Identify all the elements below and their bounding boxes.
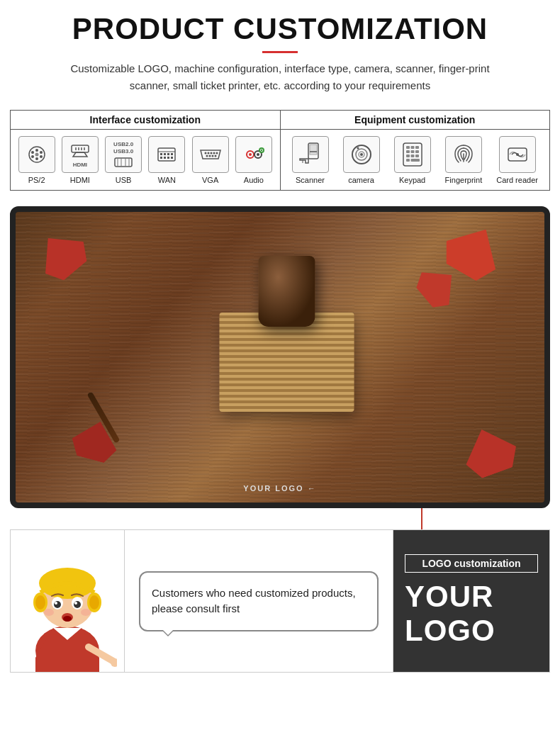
svg-point-3	[31, 151, 34, 154]
header-subtitle: Customizable LOGO, machine configuration…	[53, 60, 507, 94]
usb-icon: USB2.0 USB3.0	[105, 136, 142, 173]
cup	[259, 256, 315, 327]
interface-panel-title: Interface customization	[10, 110, 281, 130]
svg-rect-25	[160, 157, 162, 159]
card-reader-icon	[499, 136, 536, 173]
tray	[220, 313, 354, 412]
svg-point-4	[40, 151, 43, 154]
mascot-area	[11, 530, 124, 672]
equipment-panel: Equipment customization Scanner	[281, 111, 550, 190]
svg-point-30	[204, 152, 206, 155]
svg-rect-63	[410, 155, 414, 157]
interface-item-audio: Audio	[235, 136, 272, 184]
svg-point-68	[516, 153, 519, 156]
speech-text: Customers who need customized products, …	[152, 587, 356, 615]
svg-rect-28	[171, 157, 173, 159]
connector-line	[421, 508, 422, 529]
svg-point-42	[257, 153, 259, 156]
logo-customization-title: LOGO customization	[405, 554, 538, 573]
ps2-icon	[18, 136, 55, 173]
svg-rect-8	[72, 145, 89, 152]
card-reader-label: Card reader	[496, 176, 538, 184]
svg-point-7	[35, 153, 38, 157]
title-underline	[262, 51, 298, 53]
equipment-item-keypad: Keypad	[394, 136, 431, 184]
hdmi-label: HDMI	[70, 176, 90, 184]
vga-label: VGA	[202, 176, 218, 184]
svg-point-5	[31, 155, 34, 158]
interface-panel: Interface customization PS/2	[11, 111, 281, 190]
keypad-label: Keypad	[399, 176, 425, 184]
svg-point-85	[63, 616, 72, 622]
svg-point-1	[35, 149, 38, 152]
svg-point-78	[54, 601, 61, 608]
svg-rect-61	[415, 150, 419, 153]
customization-panels: Interface customization PS/2	[10, 110, 550, 191]
bottom-section: Customers who need customized products, …	[10, 529, 550, 673]
svg-rect-62	[406, 155, 410, 157]
header-section: PRODUCT CUSTOMIZATION Customizable LOGO,…	[0, 0, 560, 97]
svg-point-36	[208, 155, 211, 157]
camera-label: camera	[348, 176, 374, 184]
fingerprint-icon	[445, 136, 482, 173]
svg-rect-22	[164, 153, 166, 155]
svg-point-40	[249, 153, 252, 156]
wan-label: WAN	[158, 176, 176, 184]
equipment-item-card-reader: Card reader	[496, 136, 538, 184]
monitor-screen: YOUR LOGO ←	[16, 212, 544, 502]
equipment-item-scanner: Scanner	[292, 136, 329, 184]
svg-rect-65	[406, 159, 410, 162]
ps2-label: PS/2	[28, 176, 45, 184]
svg-point-81	[74, 602, 77, 605]
speech-bubble: Customers who need customized products, …	[124, 530, 393, 672]
svg-marker-29	[201, 150, 220, 159]
svg-point-80	[55, 602, 57, 605]
your-logo-text: YOUR LOGO ←	[243, 484, 316, 493]
svg-point-54	[357, 147, 359, 150]
connector-area	[10, 508, 550, 529]
svg-rect-21	[160, 153, 162, 155]
svg-rect-56	[406, 146, 410, 149]
svg-point-53	[360, 153, 363, 156]
interface-item-wan: WAN	[148, 136, 185, 184]
svg-rect-60	[410, 150, 414, 153]
equipment-item-fingerprint: Fingerprint	[445, 136, 483, 184]
svg-point-83	[81, 609, 91, 616]
interface-items: PS/2 HDMI HDMI	[11, 129, 280, 190]
fingerprint-label: Fingerprint	[445, 176, 483, 184]
svg-rect-57	[410, 146, 414, 149]
svg-rect-59	[406, 150, 410, 153]
svg-marker-9	[73, 152, 87, 157]
equipment-panel-title: Equipment customization	[280, 110, 551, 130]
camera-icon	[343, 136, 380, 173]
svg-point-82	[44, 609, 54, 616]
svg-point-35	[206, 155, 208, 157]
usb-label: USB	[116, 176, 132, 184]
svg-point-31	[207, 152, 209, 155]
equipment-item-camera: camera	[343, 136, 380, 184]
mascot-svg	[18, 544, 117, 672]
interface-item-usb: USB2.0 USB3.0 USB	[105, 136, 142, 184]
svg-rect-23	[167, 153, 169, 155]
wan-icon	[148, 136, 185, 173]
equipment-items: Scanner camera	[281, 129, 550, 190]
svg-marker-48	[300, 159, 308, 163]
audio-icon	[235, 136, 272, 173]
svg-point-6	[40, 155, 43, 158]
svg-point-38	[214, 155, 216, 157]
interface-item-hdmi: HDMI HDMI	[62, 136, 99, 184]
svg-point-73	[35, 595, 45, 610]
svg-point-44	[261, 150, 262, 151]
speech-bubble-text: Customers who need customized products, …	[139, 571, 379, 631]
svg-rect-66	[410, 159, 420, 162]
svg-point-79	[74, 601, 81, 608]
svg-rect-64	[415, 155, 419, 157]
svg-rect-26	[164, 157, 166, 159]
logo-customization-text: YOUR LOGO	[405, 580, 538, 648]
svg-point-75	[89, 595, 99, 610]
interface-item-ps2: PS/2	[18, 136, 55, 184]
vga-icon	[192, 136, 229, 173]
svg-rect-46	[310, 145, 317, 155]
interface-item-vga: VGA	[192, 136, 229, 184]
monitor-display: YOUR LOGO ←	[10, 206, 550, 508]
